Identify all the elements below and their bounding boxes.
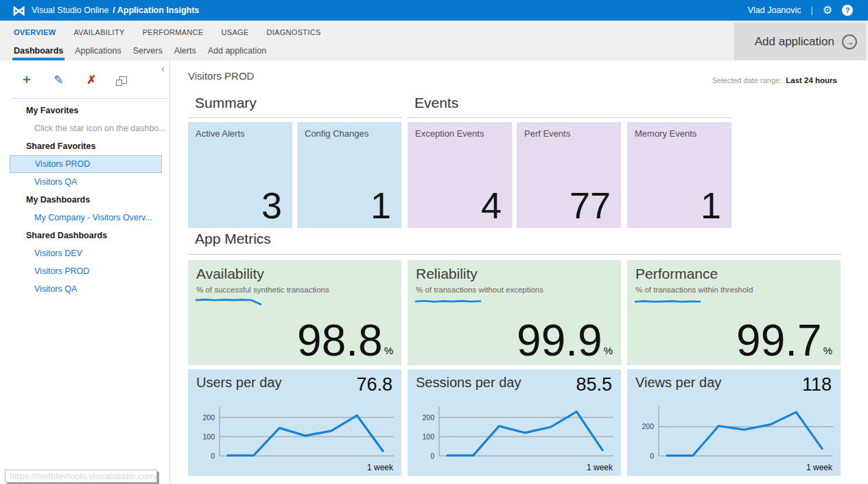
dashboard-main: Visitors PROD Selected date range: Last … [171, 60, 868, 484]
chart-current-value: 118 [802, 374, 832, 395]
tile-config-changes[interactable]: Config Changes 1 [297, 122, 401, 228]
svg-text:0: 0 [430, 452, 434, 460]
tile-label: Perf Events [524, 128, 570, 139]
svg-text:200: 200 [642, 422, 654, 430]
chart-title: Sessions per day [416, 375, 521, 391]
add-application-label: Add application [755, 35, 834, 49]
sidebar-item-visitors-dev[interactable]: Visitors DEV [0, 244, 169, 262]
tile-exception-events[interactable]: Exception Events 4 [408, 122, 512, 228]
copy-dashboard-icon[interactable] [119, 76, 127, 84]
brand-title: Visual Studio Online [32, 5, 108, 15]
help-icon[interactable]: ? [842, 5, 853, 16]
app-metrics-rule [188, 254, 841, 255]
delete-dashboard-icon[interactable]: ✗ [86, 74, 96, 86]
top-bar: ⋈ Visual Studio Online / Application Ins… [0, 0, 868, 21]
summary-section-title: Summary [195, 95, 257, 111]
arrow-circle-icon: → [842, 34, 857, 49]
summary-rule [188, 117, 401, 118]
tile-value: 3 [261, 187, 282, 224]
chart-tile-users-per-day[interactable]: Users per day 76.8 0100200 1 week [188, 369, 401, 476]
kpi-reliability[interactable]: Reliability % of transactions without ex… [408, 260, 621, 365]
topbar-right: Vlad Joanovic | ⚙ ? [748, 5, 853, 16]
subtab-dashboards[interactable]: Dashboards [14, 46, 63, 56]
date-range-value: Last 24 hours [786, 76, 837, 84]
collapse-sidebar-icon[interactable]: ‹ [161, 62, 165, 74]
topbar-divider: | [811, 5, 813, 15]
edit-dashboard-icon[interactable]: ✎ [54, 74, 63, 86]
chart-tile-views-per-day[interactable]: Views per day 118 0200 1 week [627, 369, 841, 476]
user-name[interactable]: Vlad Joanovic [748, 5, 801, 15]
page-title: Visitors PROD [188, 70, 254, 82]
views-line-chart: 0200 [630, 404, 836, 467]
sidebar-group-shared-favorites: Shared Favorites [0, 137, 169, 155]
subtab-alerts[interactable]: Alerts [174, 46, 196, 56]
sidebar-item-visitors-prod-shared[interactable]: Visitors PROD [0, 262, 169, 280]
sidebar-group-shared-dashboards: Shared Dashboards [0, 227, 169, 244]
add-dashboard-icon[interactable]: + [23, 73, 31, 87]
gear-icon[interactable]: ⚙ [823, 5, 832, 16]
tab-overview[interactable]: OVERVIEW [14, 28, 56, 36]
subtab-applications[interactable]: Applications [75, 46, 121, 56]
sidebar-toolbar: + ✎ ✗ [23, 73, 127, 87]
kpi-subtitle: % of transactions within threshold [635, 286, 753, 294]
kpi-unit: % [604, 345, 613, 362]
tab-usage[interactable]: USAGE [222, 28, 249, 36]
tile-label: Exception Events [415, 128, 484, 139]
chart-range-note: 1 week [806, 463, 832, 472]
svg-text:100: 100 [422, 433, 434, 441]
tab-availability[interactable]: AVAILABILITY [74, 28, 125, 36]
chart-current-value: 76.8 [356, 374, 392, 395]
add-application-button[interactable]: Add application → [734, 23, 866, 60]
tile-label: Memory Events [635, 128, 696, 139]
kpi-availability[interactable]: Availability % of successful synthetic t… [188, 260, 401, 365]
tab-diagnostics[interactable]: DIAGNOSTICS [267, 28, 321, 36]
reliability-sparkline [414, 297, 483, 308]
kpi-unit: % [384, 345, 393, 362]
primary-tabs: OVERVIEW AVAILABILITY PERFORMANCE USAGE … [14, 28, 321, 36]
svg-text:200: 200 [422, 413, 434, 422]
chart-current-value: 85.5 [576, 374, 612, 395]
svg-text:200: 200 [202, 413, 215, 422]
svg-text:0: 0 [650, 452, 654, 460]
kpi-performance[interactable]: Performance % of transactions within thr… [627, 260, 841, 365]
sidebar-item-my-company-visitors-overview[interactable]: My Company - Visitors Overv... [0, 209, 169, 227]
tile-value: 77 [570, 187, 611, 224]
events-rule [408, 117, 731, 118]
sidebar-group-my-dashboards: My Dashboards [0, 191, 169, 209]
chart-tile-sessions-per-day[interactable]: Sessions per day 85.5 0100200 1 week [408, 369, 621, 476]
breadcrumb: / Application Insights [113, 5, 199, 15]
kpi-number: 99.9 [517, 319, 602, 362]
tab-performance[interactable]: PERFORMANCE [143, 28, 204, 36]
tile-active-alerts[interactable]: Active Alerts 3 [188, 122, 292, 228]
subtab-servers[interactable]: Servers [133, 46, 163, 56]
tile-value: 1 [371, 187, 391, 224]
kpi-value: 99.9 % [517, 319, 613, 362]
tile-label: Active Alerts [196, 128, 245, 139]
chart-range-note: 1 week [587, 463, 613, 472]
kpi-unit: % [823, 345, 832, 362]
app-metrics-section-title: App Metrics [195, 231, 271, 247]
app-window: ⋈ Visual Studio Online / Application Ins… [0, 0, 868, 484]
sidebar-list: My Favorites Click the star icon on the … [0, 102, 169, 298]
tile-perf-events[interactable]: Perf Events 77 [517, 122, 621, 228]
sidebar-group-my-favorites: My Favorites [0, 102, 169, 119]
kpi-label: Performance [635, 266, 718, 282]
tile-value: 4 [481, 187, 502, 224]
sidebar-item-visitors-qa[interactable]: Visitors QA [0, 173, 169, 191]
availability-sparkline [195, 297, 263, 308]
subtab-add-application[interactable]: Add application [208, 46, 266, 56]
events-section-title: Events [414, 95, 458, 111]
svg-text:0: 0 [211, 452, 215, 460]
kpi-label: Reliability [416, 266, 478, 282]
navigation-area: OVERVIEW AVAILABILITY PERFORMANCE USAGE … [0, 21, 868, 60]
kpi-subtitle: % of transactions without exceptions [416, 286, 543, 294]
visual-studio-logo-icon: ⋈ [12, 4, 25, 17]
users-line-chart: 0100200 [191, 404, 397, 467]
kpi-number: 98.8 [297, 319, 383, 362]
kpi-value: 98.8 % [297, 319, 393, 362]
tile-memory-events[interactable]: Memory Events 1 [627, 122, 731, 228]
sidebar-favorites-hint: Click the star icon on the dashbo... [0, 119, 169, 137]
performance-sparkline [634, 297, 703, 308]
sidebar-item-visitors-qa-shared[interactable]: Visitors QA [0, 280, 169, 298]
sidebar-item-visitors-prod-selected[interactable]: Visitors PROD [10, 155, 162, 173]
